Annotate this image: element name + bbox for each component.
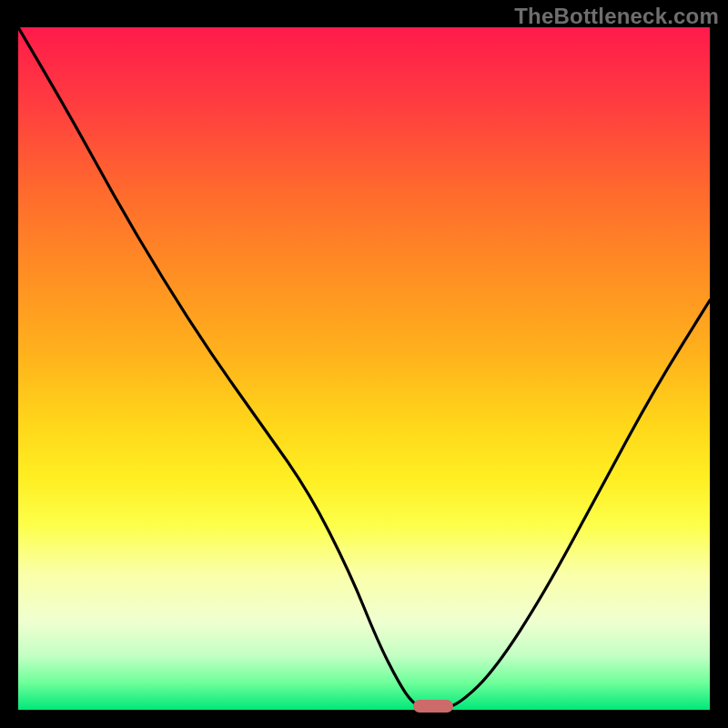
curve-path [18,27,710,710]
chart-frame: TheBottleneck.com [0,0,728,728]
bottleneck-curve [18,27,710,710]
watermark-text: TheBottleneck.com [514,4,719,29]
bottleneck-marker [413,700,453,713]
